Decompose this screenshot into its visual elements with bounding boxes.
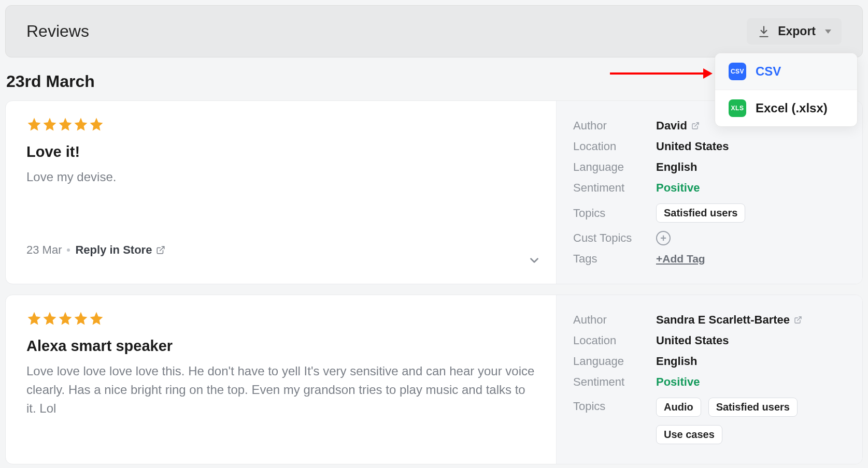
meta-value: English [656, 160, 697, 174]
meta-value: + [656, 231, 671, 245]
meta-value: United States [656, 140, 729, 153]
star-rating [26, 311, 535, 328]
star-icon [42, 116, 58, 134]
author-name: David [656, 119, 687, 133]
export-button-label: Export [778, 24, 816, 38]
meta-row-cust-topics: Cust Topics + [573, 228, 846, 248]
meta-label: Topics [573, 396, 656, 413]
review-body: Love love love love love this. He don't … [26, 362, 535, 418]
meta-row-language: Language English [573, 351, 846, 372]
meta-label: Language [573, 355, 656, 368]
add-tag-link[interactable]: +Add Tag [656, 253, 705, 265]
meta-label: Author [573, 119, 656, 133]
meta-value-author[interactable]: David [656, 119, 700, 133]
topic-chip[interactable]: Audio [656, 398, 701, 417]
callout-arrow [610, 68, 713, 79]
export-menu-item-label: CSV [756, 64, 781, 79]
reply-link-label: Reply in Store [75, 243, 152, 257]
export-menu-item-csv[interactable]: CSV CSV [715, 53, 857, 90]
meta-label: Sentiment [573, 181, 656, 195]
star-icon [58, 116, 73, 134]
star-icon [89, 311, 104, 328]
review-footer: 23 Mar Reply in Store [26, 243, 535, 257]
review-meta-panel: Author David Location United States Lang… [557, 101, 862, 284]
download-icon [757, 25, 771, 38]
meta-value-sentiment: Positive [656, 181, 700, 195]
svg-line-2 [798, 317, 801, 320]
author-name: Sandra E Scarlett-Bartee [656, 313, 790, 327]
review-meta-panel: Author Sandra E Scarlett-Bartee Location… [557, 295, 862, 464]
meta-label: Location [573, 334, 656, 347]
dot-separator [67, 248, 70, 252]
external-link-icon [156, 245, 165, 255]
reply-in-store-link[interactable]: Reply in Store [75, 243, 165, 257]
review-card: Alexa smart speaker Love love love love … [5, 295, 863, 464]
meta-row-language: Language English [573, 157, 846, 178]
meta-row-topics: Topics Audio Satisfied users Use cases [573, 392, 846, 449]
star-icon [58, 311, 73, 328]
meta-value-topics: Audio Satisfied users Use cases [656, 396, 843, 446]
meta-value-sentiment: Positive [656, 375, 700, 389]
export-button[interactable]: Export [747, 18, 842, 45]
export-menu-item-label: Excel (.xlsx) [756, 101, 828, 115]
meta-label: Location [573, 140, 656, 153]
meta-value: +Add Tag [656, 253, 705, 265]
star-icon [26, 116, 42, 134]
svg-line-0 [160, 246, 164, 251]
review-body: Love my devise. [26, 168, 535, 186]
meta-label: Sentiment [573, 375, 656, 389]
meta-value: United States [656, 334, 729, 347]
export-menu: CSV CSV XLS Excel (.xlsx) [715, 53, 858, 127]
review-main: Alexa smart speaker Love love love love … [6, 295, 557, 464]
meta-value-author[interactable]: Sandra E Scarlett-Bartee [656, 313, 802, 327]
external-link-icon [794, 316, 802, 324]
meta-row-author: Author Sandra E Scarlett-Bartee [573, 310, 846, 330]
chevron-down-icon[interactable] [528, 254, 541, 269]
caret-down-icon [825, 30, 831, 34]
meta-label: Topics [573, 207, 656, 220]
xls-icon: XLS [729, 99, 746, 117]
meta-value-topics: Satisfied users [656, 201, 748, 225]
review-title: Alexa smart speaker [26, 338, 535, 355]
star-rating [26, 116, 535, 134]
meta-row-topics: Topics Satisfied users [573, 198, 846, 228]
topic-chip[interactable]: Satisfied users [656, 203, 745, 223]
meta-label: Tags [573, 252, 656, 266]
meta-row-location: Location United States [573, 330, 846, 351]
review-main: Love it! Love my devise. 23 Mar Reply in… [6, 101, 557, 284]
review-title: Love it! [26, 143, 535, 160]
star-icon [26, 311, 42, 328]
topic-chip[interactable]: Use cases [656, 425, 722, 444]
star-icon [42, 311, 58, 328]
export-menu-item-xlsx[interactable]: XLS Excel (.xlsx) [715, 90, 857, 126]
svg-line-1 [695, 123, 699, 126]
meta-row-tags: Tags +Add Tag [573, 248, 846, 269]
meta-row-location: Location United States [573, 136, 846, 157]
panel-title: Reviews [26, 22, 89, 41]
meta-value: English [656, 355, 697, 368]
star-icon [73, 311, 89, 328]
review-card: Love it! Love my devise. 23 Mar Reply in… [5, 100, 863, 284]
csv-icon: CSV [729, 63, 746, 80]
meta-label: Author [573, 313, 656, 327]
meta-label: Cust Topics [573, 231, 656, 245]
review-date: 23 Mar [26, 243, 62, 257]
reviews-panel-header: Reviews Export [5, 5, 863, 57]
topic-chip[interactable]: Satisfied users [708, 398, 798, 417]
meta-label: Language [573, 160, 656, 174]
external-link-icon [691, 122, 700, 130]
add-cust-topic-button[interactable]: + [656, 231, 671, 245]
star-icon [73, 116, 89, 134]
meta-row-sentiment: Sentiment Positive [573, 372, 846, 392]
meta-row-sentiment: Sentiment Positive [573, 178, 846, 198]
star-icon [89, 116, 104, 134]
